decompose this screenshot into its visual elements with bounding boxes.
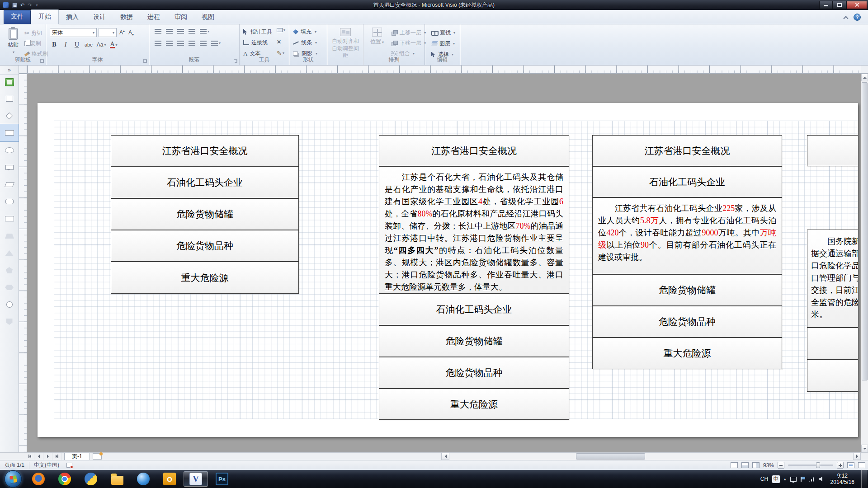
tab-view[interactable]: 视图 [194, 10, 222, 24]
insert-page-button[interactable] [93, 453, 102, 460]
status-page-indicator[interactable]: 页面 1/1 [0, 460, 29, 470]
find-button[interactable]: 查找▾ [429, 28, 457, 38]
taskbar-firefox-icon[interactable] [25, 470, 52, 488]
flow-textbox[interactable]: 江苏是个石化大省，石油化工码头及其仓储是石化产业的基础支撑和生命线，依托沿江港口… [379, 166, 569, 294]
zoom-in-button[interactable] [837, 462, 844, 469]
align-left-button[interactable] [155, 41, 161, 46]
taskbar-browser-icon[interactable] [130, 470, 156, 488]
flow-box[interactable] [807, 135, 858, 166]
taskbar-explorer-icon[interactable] [104, 470, 130, 488]
undo-button[interactable]: ↶ [20, 2, 24, 8]
stencil-shape-shield[interactable] [0, 313, 19, 330]
layers-button[interactable]: 图层▾ [429, 39, 457, 48]
strikethrough-button[interactable]: abc [85, 40, 93, 49]
close-button[interactable] [846, 1, 867, 9]
flow-box[interactable]: 重大危险源 [111, 262, 299, 294]
show-desktop-button[interactable] [861, 470, 867, 488]
stencil-icon[interactable] [5, 78, 14, 86]
taskbar-app-icon[interactable] [78, 470, 104, 488]
tab-data[interactable]: 数据 [113, 10, 140, 24]
qat-customize-button[interactable]: ▾ [35, 3, 38, 7]
line-button[interactable]: 线条▾ [293, 39, 317, 47]
hidden-icons-button[interactable]: ▴ [784, 477, 786, 481]
stencil-shape-rectangle-2[interactable] [0, 210, 19, 227]
tab-file[interactable]: 文件 [4, 10, 31, 24]
stencil-shape-circle[interactable] [0, 296, 19, 313]
volume-icon[interactable] [819, 477, 824, 482]
tab-review[interactable]: 审阅 [167, 10, 194, 24]
flow-textbox[interactable]: 江苏省共有石油化工码头企业225家，涉及从业人员大约5.8万人，拥有专业化石油化… [592, 197, 782, 274]
taskbar-visio-icon[interactable] [184, 471, 208, 487]
flow-box[interactable]: 危险货物品种 [379, 357, 569, 389]
taskbar-photoshop-icon[interactable] [209, 470, 235, 488]
align-center-button[interactable] [166, 41, 173, 46]
paste-button[interactable]: 粘贴 ▾ [3, 27, 23, 57]
font-name-select[interactable]: 宋体▾ [50, 28, 97, 37]
stencil-shape-hexagon[interactable] [0, 279, 19, 296]
text-direction-button[interactable]: ▾ [200, 29, 209, 34]
columns-button[interactable] [200, 41, 207, 46]
auto-align-space-button[interactable]: 自动对齐和 自动调整间距 [330, 28, 361, 59]
redo-button[interactable]: ↷ [28, 2, 32, 8]
macro-record-icon[interactable] [66, 463, 72, 468]
flow-box[interactable]: 石油化工码头企业 [111, 167, 299, 198]
taskbar-chrome-icon[interactable] [52, 470, 78, 488]
stencil-shape-pentagon[interactable] [0, 262, 19, 279]
flow-box[interactable]: 石油化工码头企业 [379, 294, 569, 325]
ime-language-indicator[interactable]: CH [760, 476, 768, 482]
flow-box[interactable] [807, 360, 858, 392]
taskbar-clock[interactable]: 9:12 2014/5/16 [828, 473, 857, 485]
visio-app-icon[interactable] [3, 2, 9, 8]
view-normal-icon[interactable] [731, 462, 738, 468]
page-tab-1[interactable]: 页-1 [64, 453, 90, 460]
justify-button[interactable] [189, 41, 195, 46]
scroll-right-button[interactable] [853, 453, 861, 460]
send-backward-button[interactable]: 下移一层▾ [390, 38, 428, 48]
taskbar-outlook-icon[interactable] [156, 470, 183, 488]
tab-design[interactable]: 设计 [86, 10, 113, 24]
tab-insert[interactable]: 插入 [59, 10, 86, 24]
stencil-shape-parallelogram[interactable] [0, 176, 19, 193]
zoom-slider-thumb[interactable] [816, 462, 820, 468]
rectangle-tool-button[interactable]: ▾ [277, 28, 285, 32]
stencil-shape-trapezoid[interactable] [0, 227, 19, 244]
minimize-ribbon-button[interactable] [844, 16, 848, 19]
status-language[interactable]: 中文(中国) [29, 460, 64, 470]
pointer-tool-button[interactable]: 指针工具 [243, 28, 272, 36]
last-page-button[interactable] [52, 453, 61, 460]
flow-box-title[interactable]: 江苏省港口安全概况 [379, 135, 569, 166]
expand-shapes-panel-button[interactable]: » [0, 66, 19, 75]
flow-box[interactable]: 重大危险源 [379, 389, 569, 420]
decrease-indent-button[interactable] [166, 29, 173, 34]
shrink-font-button[interactable]: A [127, 28, 135, 37]
flow-box[interactable]: 危险货物储罐 [111, 198, 299, 230]
vertical-scroll-thumb[interactable] [862, 82, 868, 380]
flow-textbox[interactable]: 国务院新《 据交通运输部和 口危险化学品安 口管理部门与安 交接，目前江苏 全监… [807, 230, 858, 328]
flow-box[interactable]: 重大危险源 [592, 338, 782, 369]
scroll-down-button[interactable] [861, 445, 868, 452]
next-page-button[interactable] [43, 453, 52, 460]
flow-box[interactable]: 石油化工码头企业 [592, 166, 782, 197]
help-icon[interactable] [854, 14, 861, 21]
stencil-shape-square[interactable] [0, 90, 19, 107]
tab-process[interactable]: 进程 [140, 10, 167, 24]
zoom-slider[interactable] [788, 465, 833, 466]
fit-page-button[interactable] [847, 462, 854, 468]
flow-box[interactable]: 危险货物品种 [592, 306, 782, 338]
grow-font-button[interactable]: A [118, 28, 126, 37]
stencil-shape-triangle[interactable] [0, 244, 19, 262]
position-button[interactable]: 位置▾ [367, 28, 387, 46]
scroll-left-button[interactable] [442, 453, 449, 460]
maximize-button[interactable] [833, 1, 846, 9]
first-page-button[interactable] [25, 453, 34, 460]
stencil-shape-callout[interactable] [0, 159, 19, 176]
stencil-shape-rounded-rectangle[interactable] [0, 193, 19, 210]
flow-box[interactable]: 危险货物品种 [111, 230, 299, 262]
increase-indent-button[interactable] [177, 29, 184, 34]
bring-forward-button[interactable]: 上移一层▾ [390, 28, 428, 38]
scroll-up-button[interactable] [861, 74, 868, 81]
italic-button[interactable]: I [62, 40, 69, 49]
network-icon[interactable] [809, 477, 815, 482]
line-spacing-button[interactable]: ▾ [211, 41, 221, 46]
ime-mode-icon[interactable]: 中 [772, 475, 780, 483]
